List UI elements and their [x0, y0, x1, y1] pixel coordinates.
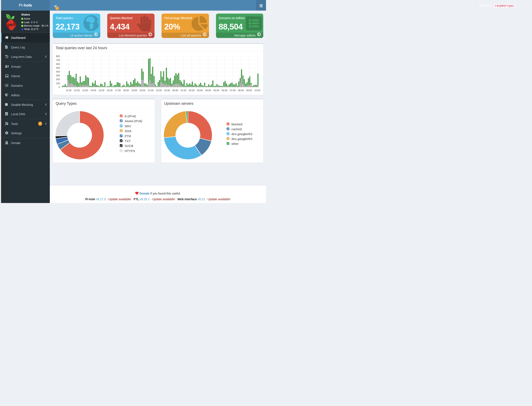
svg-text:400: 400: [56, 70, 60, 73]
svg-text:300: 300: [56, 74, 60, 77]
svg-text:17:00: 17:00: [115, 89, 121, 92]
svg-text:16:00: 16:00: [106, 89, 113, 92]
svg-text:04:00: 04:00: [205, 89, 211, 92]
svg-text:11:00: 11:00: [66, 89, 71, 92]
svg-text:19:00: 19:00: [131, 89, 137, 92]
svg-text:500: 500: [56, 66, 60, 69]
svg-text:700: 700: [56, 59, 60, 61]
svg-text:09:00: 09:00: [246, 89, 252, 92]
svg-text:13:00: 13:00: [82, 89, 88, 92]
svg-text:14:00: 14:00: [90, 89, 96, 92]
svg-text:200: 200: [56, 78, 60, 81]
svg-text:03:00: 03:00: [197, 89, 203, 92]
svg-text:05:00: 05:00: [213, 89, 219, 92]
svg-text:21:00: 21:00: [148, 89, 154, 92]
svg-text:12:00: 12:00: [74, 89, 80, 92]
svg-text:10:00: 10:00: [254, 89, 260, 92]
svg-text:18:00: 18:00: [123, 89, 129, 92]
svg-text:23:00: 23:00: [164, 89, 170, 92]
svg-text:08:00: 08:00: [238, 89, 244, 92]
svg-text:20:00: 20:00: [140, 89, 145, 92]
svg-text:$: $: [6, 141, 7, 143]
svg-text:22:00: 22:00: [156, 89, 162, 92]
svg-text:600: 600: [56, 63, 60, 65]
svg-text:100: 100: [56, 82, 60, 84]
svg-text:800: 800: [56, 55, 60, 58]
svg-text:02:00: 02:00: [189, 89, 195, 92]
svg-text:07:00: 07:00: [230, 89, 236, 92]
svg-text:01:00: 01:00: [180, 89, 186, 92]
svg-text:06:00: 06:00: [221, 89, 227, 92]
svg-text:00:00: 00:00: [172, 89, 178, 92]
svg-text:0: 0: [58, 86, 60, 88]
svg-text:15:00: 15:00: [98, 89, 104, 92]
